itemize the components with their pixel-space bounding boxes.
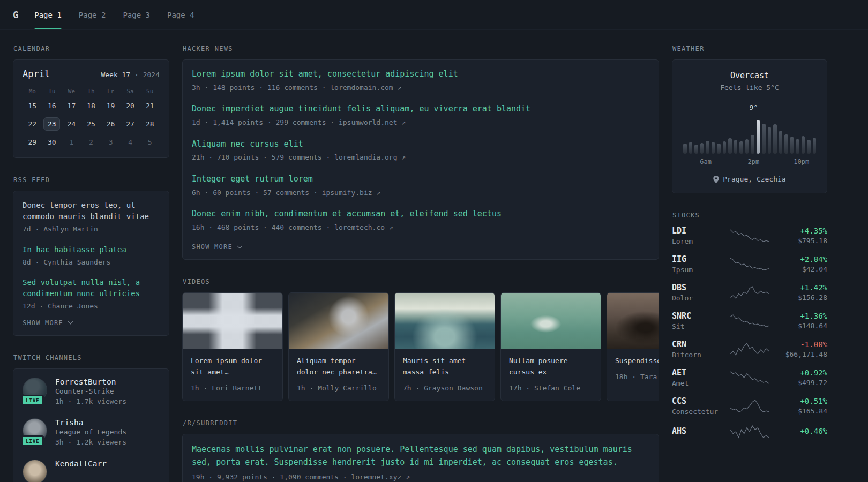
live-badge: LIVE xyxy=(21,435,44,447)
video-card[interactable]: Suspendisse diam 18h · Tara xyxy=(607,292,659,401)
calendar-header: April Week 17 · 2024 xyxy=(23,69,160,79)
dow-label: Th xyxy=(87,88,94,99)
channel-name: Trisha xyxy=(55,418,126,427)
stock-sparkline xyxy=(730,342,769,356)
calendar-day: 18 xyxy=(83,99,99,112)
calendar-day-current: 23 xyxy=(43,117,60,131)
video-info: Aliquam tempor dolor nec pharetra… 1h · … xyxy=(289,349,388,401)
calendar-day: 4 xyxy=(122,135,139,149)
stock-change: +2.84% xyxy=(774,255,827,263)
subreddit-section-title: /R/SUBREDDIT xyxy=(183,419,659,427)
location-text: Prague, Czechia xyxy=(723,175,785,183)
videos-row[interactable]: Lorem ipsum dolor sit amet consectetu… 1… xyxy=(182,292,659,401)
twitch-channel[interactable]: KendallCarr xyxy=(23,460,160,482)
tab-page-4[interactable]: Page 4 xyxy=(167,0,194,29)
video-info: Mauris sit amet massa felis 7h · Grayson… xyxy=(395,349,495,401)
rss-item[interactable]: In hac habitasse platea 8d · Cynthia Sau… xyxy=(23,244,160,268)
weather-card: Overcast Feels like 5°C 9° 6am 2pm 10pm … xyxy=(672,59,827,193)
twitch-channel[interactable]: LIVE ForrestBurton Counter-Strike 1h · 1… xyxy=(23,378,160,407)
rss-item[interactable]: Sed volutpat nulla nisl, a condimentum n… xyxy=(23,277,160,312)
app-logo[interactable]: G xyxy=(13,10,18,20)
stock-price: $795.18 xyxy=(774,237,827,245)
video-info: Lorem ipsum dolor sit amet consectetu… 1… xyxy=(183,349,282,401)
stock-name: Bitcorn xyxy=(672,351,725,359)
weather-chart: 9° xyxy=(683,115,816,154)
video-card[interactable]: Lorem ipsum dolor sit amet consectetu… 1… xyxy=(182,292,283,401)
stock-sparkline xyxy=(730,371,769,385)
stock-symbol: AHS xyxy=(672,426,725,436)
video-thumbnail xyxy=(395,293,495,349)
weather-bar xyxy=(717,144,721,154)
stock-row[interactable]: CCSConsectetur +0.51%$165.84 xyxy=(672,396,827,416)
stock-price: $165.84 xyxy=(774,407,827,415)
tab-page-2[interactable]: Page 2 xyxy=(79,0,106,29)
hn-story-meta: 6h · 60 points · 57 comments · ipsumify.… xyxy=(192,187,649,198)
stock-row[interactable]: AETAmet +0.92%$499.72 xyxy=(672,368,827,387)
hn-story[interactable]: Integer eget rutrum lorem 6h · 60 points… xyxy=(192,174,649,198)
hn-story[interactable]: Aliquam nec cursus elit 21h · 710 points… xyxy=(192,139,649,163)
calendar-day: 27 xyxy=(122,117,139,131)
calendar-day: 29 xyxy=(24,135,41,149)
video-card[interactable]: Mauris sit amet massa felis 7h · Grayson… xyxy=(394,292,495,401)
stock-row[interactable]: IIGIpsum +2.84%$42.04 xyxy=(672,254,827,274)
stock-sparkline xyxy=(730,425,769,439)
weather-bar xyxy=(768,127,772,154)
time-label: 10pm xyxy=(794,158,809,165)
page-tabs: Page 1 Page 2 Page 3 Page 4 xyxy=(34,0,194,29)
hn-story-title: Lorem ipsum dolor sit amet, consectetur … xyxy=(192,69,649,80)
stock-row[interactable]: LDILorem +4.35%$795.18 xyxy=(672,226,827,245)
dow-label: Fr xyxy=(107,88,114,99)
channel-name: KendallCarr xyxy=(55,460,107,468)
tab-page-3[interactable]: Page 3 xyxy=(123,0,150,29)
video-meta: 1h · Lori Barnett xyxy=(191,383,274,394)
stocks-section-title: STOCKS xyxy=(672,212,827,219)
stock-sparkline xyxy=(730,285,769,299)
dow-label: We xyxy=(68,88,75,99)
video-meta: 1h · Molly Carrillo xyxy=(297,383,380,394)
dashboard: CALENDAR April Week 17 · 2024 Mo Tu We T… xyxy=(0,30,868,482)
hn-story[interactable]: Lorem ipsum dolor sit amet, consectetur … xyxy=(192,69,649,93)
weather-bar xyxy=(683,144,687,154)
rss-item-meta: 8d · Cynthia Saunders xyxy=(23,257,160,268)
chevron-down-icon xyxy=(68,319,73,325)
weather-bar xyxy=(773,124,777,154)
dow-label: Mo xyxy=(29,88,36,99)
rss-item[interactable]: Donec tempor eros leo, ut commodo mauris… xyxy=(23,200,160,235)
avatar-wrap xyxy=(23,460,47,482)
stock-price: $42.04 xyxy=(774,265,827,273)
stock-name: Dolor xyxy=(672,294,725,302)
weather-bar xyxy=(757,120,760,154)
tab-page-1[interactable]: Page 1 xyxy=(34,0,62,29)
stock-price: $499.72 xyxy=(774,379,827,387)
calendar-day: 20 xyxy=(122,99,139,112)
video-info: Suspendisse diam 18h · Tara xyxy=(607,349,659,389)
rss-item-meta: 12d · Chance Jones xyxy=(23,301,160,312)
stock-row[interactable]: CRNBitcorn -1.00%$66,171.48 xyxy=(672,340,827,359)
reddit-post-meta: 19h · 9,932 points · 1,090 comments · lo… xyxy=(192,472,649,482)
hn-story-meta: 21h · 710 points · 579 comments · loreml… xyxy=(192,152,649,163)
channel-game: Counter-Strike xyxy=(55,387,126,395)
stock-sparkline xyxy=(730,399,769,413)
hackernews-widget: HACKER NEWS Lorem ipsum dolor sit amet, … xyxy=(182,45,659,260)
stock-row[interactable]: DBSDolor +1.42%$156.28 xyxy=(672,283,827,302)
weather-bar xyxy=(802,136,805,154)
video-card[interactable]: Nullam posuere cursus ex 17h · Stefan Co… xyxy=(500,292,601,401)
hn-story[interactable]: Donec imperdiet augue tincidunt felis al… xyxy=(192,103,649,127)
weather-time-axis: 6am 2pm 10pm xyxy=(683,158,816,167)
calendar-day: 30 xyxy=(43,135,60,149)
stock-sparkline xyxy=(730,229,769,243)
show-more-button[interactable]: SHOW MORE xyxy=(192,243,242,251)
hn-story[interactable]: Donec enim nibh, condimentum et accumsan… xyxy=(192,208,649,232)
stock-symbol: CCS xyxy=(672,396,725,406)
twitch-channel[interactable]: LIVE Trisha League of Legends 3h · 1.2k … xyxy=(23,418,160,448)
stock-symbol: IIG xyxy=(672,254,725,264)
channel-info: ForrestBurton Counter-Strike 1h · 1.7k v… xyxy=(55,378,126,407)
calendar-day: 25 xyxy=(83,117,99,131)
avatar-wrap: LIVE xyxy=(23,378,47,402)
stock-row[interactable]: AHS +0.46% xyxy=(672,425,827,439)
video-meta: 17h · Stefan Cole xyxy=(509,383,593,394)
video-card[interactable]: Aliquam tempor dolor nec pharetra… 1h · … xyxy=(288,292,389,401)
show-more-button[interactable]: SHOW MORE xyxy=(23,319,72,327)
stock-row[interactable]: SNRCSit +1.36%$148.64 xyxy=(672,311,827,330)
reddit-post[interactable]: Maecenas mollis pulvinar erat non posuer… xyxy=(192,443,649,482)
